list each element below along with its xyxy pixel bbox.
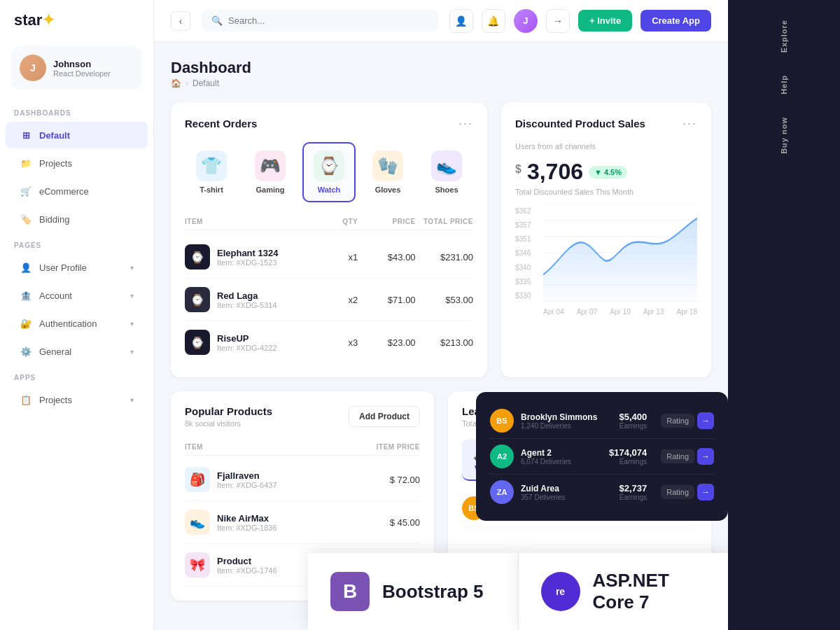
avatar-placeholder-button[interactable]: 👤	[449, 9, 473, 33]
gear-icon: ⚙️	[20, 345, 32, 358]
earn-amount: $5,400 Earnings	[619, 412, 647, 430]
sidebar-item-bidding[interactable]: 🏷️ Bidding	[6, 206, 148, 232]
user-avatar-button[interactable]: J	[514, 9, 538, 33]
arrow-button[interactable]: →	[697, 448, 714, 465]
sidebar-logo: star✦	[0, 0, 153, 41]
earn-amount: $174,074 Earnings	[609, 447, 647, 465]
cat-label: Watch	[318, 186, 341, 194]
item-qty: x1	[300, 252, 358, 262]
main-wrapper: ‹ 🔍 👤 🔔 J → + Invite Create App Dashboar…	[154, 0, 840, 630]
cart-icon: 🛒	[20, 185, 32, 197]
user-name: Johnson	[53, 59, 111, 69]
chevron-down-icon: ▾	[130, 320, 134, 328]
page-title: Dashboard	[171, 59, 251, 77]
x-label: Apr 13	[643, 308, 664, 316]
sidebar-item-projects[interactable]: 📁 Projects	[6, 150, 148, 176]
card-menu-icon[interactable]: ···	[682, 116, 697, 131]
search-bar[interactable]: 🔍	[202, 10, 438, 31]
notification-button[interactable]: 🔔	[482, 9, 505, 33]
chevron-down-icon: ▾	[130, 396, 134, 404]
sidebar-item-label: Account	[39, 290, 123, 301]
item-total: $231.00	[416, 252, 473, 262]
gloves-icon: 🧤	[372, 150, 403, 181]
earn-value: $2,737	[619, 483, 647, 493]
sidebar-item-authentication[interactable]: 🔐 Authentication ▾	[6, 310, 148, 337]
y-label: $346	[515, 249, 531, 257]
sidebar-item-default[interactable]: ⊞ Default	[6, 122, 148, 148]
sales-amount: $ 3,706 ▼ 4.5%	[515, 159, 697, 185]
explore-button[interactable]: Explore	[776, 11, 792, 61]
user-icon: 👤	[20, 261, 32, 274]
x-label: Apr 10	[610, 308, 630, 316]
help-button[interactable]: Help	[776, 66, 792, 103]
overlay-promo-row: B Bootstrap 5 re ASP.NET Core 7	[308, 553, 728, 630]
arrow-button[interactable]: →	[697, 484, 714, 500]
section-label-pages: PAGES	[0, 233, 153, 253]
sidebar-item-ecommerce[interactable]: 🛒 eCommerce	[6, 178, 148, 204]
rating-button[interactable]: Rating	[661, 414, 694, 428]
product-details: Fjallraven Item: #XDG-6437	[217, 470, 277, 489]
earn-value: $5,400	[619, 412, 647, 422]
order-row-1: ⌚ Elephant 1324 Item: #XDG-1523 x1 $43.0…	[185, 236, 473, 279]
y-label: $351	[515, 235, 531, 243]
cat-tab-watch[interactable]: ⌚ Watch	[302, 142, 356, 202]
aspnet-label: ASP.NET Core 7	[593, 570, 706, 613]
item-price: $23.00	[358, 337, 415, 348]
item-qty: x3	[300, 337, 358, 348]
tshirt-icon: 👕	[196, 150, 227, 181]
x-label: Apr 07	[577, 308, 597, 316]
sidebar-toggle-button[interactable]: ‹	[171, 11, 190, 31]
create-app-button[interactable]: Create App	[640, 10, 711, 31]
product-image: 🎀	[185, 552, 210, 578]
cat-tab-gloves[interactable]: 🧤 Gloves	[361, 142, 414, 202]
popular-title-section: Popular Products 8k social visitors	[185, 405, 272, 428]
search-input[interactable]	[228, 15, 428, 26]
topbar: ‹ 🔍 👤 🔔 J → + Invite Create App	[154, 0, 728, 42]
folder-icon: 📁	[20, 157, 32, 169]
sidebar: star✦ J Johnson React Developer DASHBOAR…	[0, 0, 154, 630]
y-label: $362	[515, 207, 531, 215]
sidebar-item-account[interactable]: 🏦 Account ▾	[6, 282, 148, 309]
arrow-right-button[interactable]: →	[546, 9, 570, 33]
earn-value: $174,074	[609, 447, 647, 458]
aspnet-icon: re	[541, 572, 580, 611]
sidebar-item-label: General	[39, 346, 123, 357]
earn-amount: $2,737 Earnings	[619, 483, 647, 501]
product-row-1: 🎒 Fjallraven Item: #XDG-6437 $ 72.00	[185, 458, 420, 501]
y-label: $340	[515, 264, 531, 272]
product-price: $ 45.00	[342, 517, 420, 528]
breadcrumb-home-icon: 🏠	[171, 78, 181, 88]
arrow-button[interactable]: →	[697, 412, 714, 429]
cat-tab-shoes[interactable]: 👟 Shoes	[420, 142, 473, 202]
earn-avatar: A2	[490, 444, 514, 468]
sidebar-item-projects-app[interactable]: 📋 Projects ▾	[6, 386, 148, 413]
add-product-button[interactable]: Add Product	[349, 406, 420, 427]
item-info: ⌚ Red Laga Item: #XDG-5314	[185, 287, 300, 312]
rating-button[interactable]: Rating	[661, 485, 694, 499]
sidebar-item-user-profile[interactable]: 👤 User Profile ▾	[6, 254, 148, 281]
sidebar-user-card[interactable]: J Johnson React Developer	[11, 46, 142, 90]
order-row-3: ⌚ RiseUP Item: #XDG-4222 x3 $23.00 $213.…	[185, 321, 473, 363]
product-info: 🎒 Fjallraven Item: #XDG-6437	[185, 467, 342, 492]
sidebar-item-label: Bidding	[39, 214, 134, 225]
user-info: Johnson React Developer	[53, 59, 111, 78]
logo-text: star✦	[14, 11, 55, 29]
earn-deliveries: 357 Deliveries	[521, 493, 565, 501]
invite-button[interactable]: + Invite	[578, 10, 632, 31]
buy-now-button[interactable]: Buy now	[776, 108, 792, 162]
earn-rating-controls: Rating →	[661, 412, 714, 429]
cat-tab-gaming[interactable]: 🎮 Gaming	[244, 142, 297, 202]
card-menu-icon[interactable]: ···	[458, 116, 473, 131]
aspnet-re: re	[556, 586, 565, 597]
rating-button[interactable]: Rating	[661, 449, 694, 463]
cat-tab-tshirt[interactable]: 👕 T-shirt	[185, 142, 238, 202]
earn-rating-controls: Rating →	[661, 484, 714, 500]
earn-avatar: BS	[490, 409, 514, 433]
cards-row: Recent Orders ··· 👕 T-shirt 🎮 Gaming	[171, 102, 711, 377]
earnings-row-2: A2 Agent 2 6,074 Deliveries $174,074 Ear…	[490, 439, 714, 475]
earn-info: Zuid Area 357 Deliveries	[521, 484, 565, 501]
breadcrumb: 🏠 › Default	[171, 78, 251, 88]
sidebar-item-general[interactable]: ⚙️ General ▾	[6, 338, 148, 365]
th-item: ITEM	[185, 443, 342, 451]
item-image: ⌚	[185, 330, 210, 355]
